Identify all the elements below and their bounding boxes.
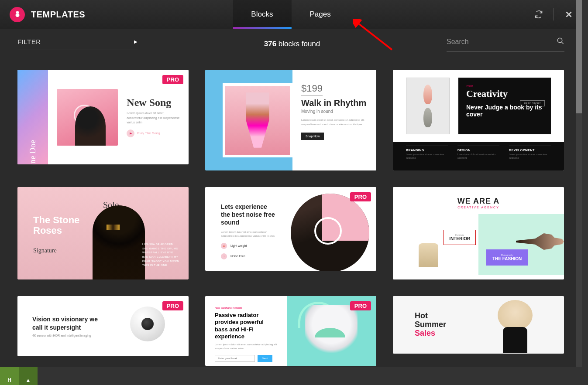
shop-button: Shop Now	[301, 133, 324, 140]
thumbnail-image	[93, 205, 145, 279]
pro-badge: PRO	[162, 301, 183, 310]
refresh-icon[interactable]	[533, 9, 544, 20]
background-fragment: H▲	[0, 367, 38, 385]
panel-title: TEMPLATES	[31, 10, 85, 20]
scrollbar-thumb[interactable]	[576, 0, 582, 113]
divider	[554, 8, 554, 20]
play-icon: ▶	[127, 129, 134, 137]
template-grid: PRO Jane Doe New Song Lorem ipsum dolor …	[0, 59, 582, 376]
template-card[interactable]: Solo The Stone Roses Signature I WANNA B…	[17, 187, 189, 279]
results-count: 376 blocks found	[264, 40, 320, 48]
search-icon[interactable]	[557, 37, 564, 47]
feature-icon: ♪	[221, 253, 227, 259]
template-card[interactable]: 2020 Creativity Never Judge a book by it…	[393, 70, 564, 170]
thumbnail-image	[490, 296, 542, 353]
pro-badge: PRO	[162, 75, 183, 84]
feature-icon: ⚖	[221, 243, 227, 249]
filter-label: FILTER	[17, 38, 41, 45]
template-card[interactable]: PRO New earphone material Passive radiat…	[205, 296, 376, 366]
tabs: Blocks Pages	[233, 0, 349, 29]
template-card[interactable]: PRO Jane Doe New Song Lorem ipsum dolor …	[17, 70, 189, 164]
chevron-right-icon: ▶	[134, 39, 138, 44]
brand-logo	[10, 7, 25, 22]
close-icon[interactable]	[564, 9, 574, 20]
thumbnail-image	[57, 89, 118, 146]
subheader: FILTER ▶ 376 blocks found	[0, 29, 582, 59]
svg-point-0	[557, 38, 562, 43]
header: TEMPLATES Blocks Pages	[0, 0, 582, 29]
filter-dropdown[interactable]: FILTER ▶	[17, 38, 138, 50]
search-input[interactable]	[447, 38, 543, 46]
thumbnail-image	[223, 83, 292, 157]
template-card[interactable]: PRO Lets experience the best noise free …	[205, 187, 376, 271]
pro-badge: PRO	[350, 192, 371, 201]
pro-badge: PRO	[350, 301, 371, 310]
scrollbar[interactable]	[576, 0, 582, 367]
thumbnail-image	[516, 233, 564, 250]
email-input	[215, 355, 255, 362]
template-card[interactable]: WE ARE A CREATIVE AGENCY FurnitureINTERI…	[393, 187, 564, 279]
template-card[interactable]: HotSummerSales	[393, 296, 564, 354]
template-card[interactable]: PRO Vision so visionary we call it super…	[17, 296, 189, 356]
tab-pages[interactable]: Pages	[291, 0, 349, 29]
search-field[interactable]	[447, 37, 564, 51]
send-button: Send	[258, 355, 272, 362]
tab-blocks[interactable]: Blocks	[233, 0, 291, 29]
thumbnail-image	[406, 78, 450, 134]
thumbnail-image	[419, 243, 438, 267]
template-card[interactable]: $199 Walk in Rhythm Moving in sound Lore…	[205, 70, 376, 170]
